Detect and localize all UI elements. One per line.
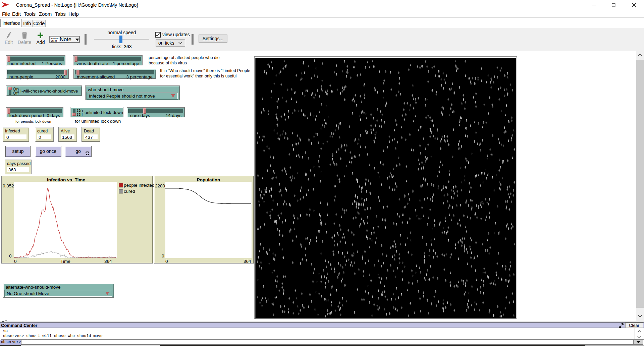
svg-text:ghi jkl: ghi jkl — [51, 40, 57, 42]
svg-text:Abc def: Abc def — [51, 38, 59, 40]
